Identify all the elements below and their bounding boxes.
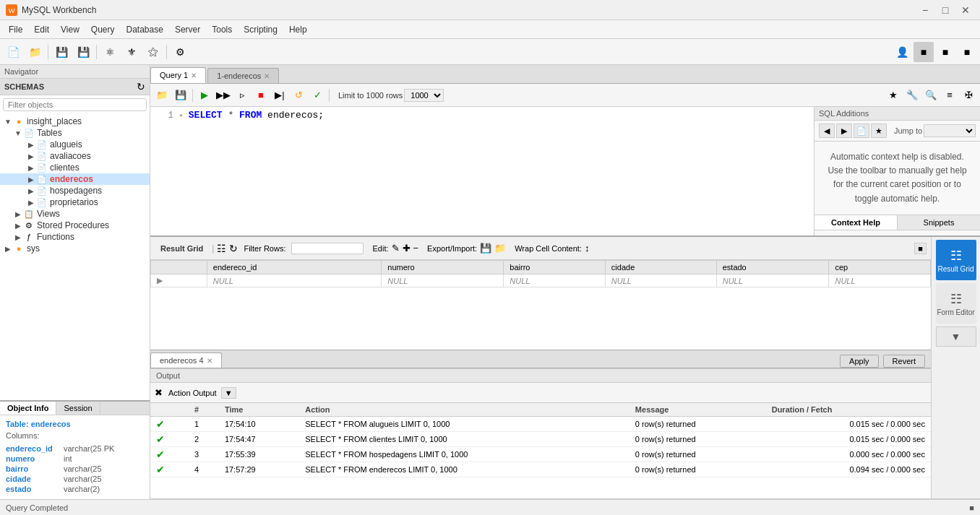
cell-numero[interactable]: NULL xyxy=(382,274,504,287)
apply-button[interactable]: Apply xyxy=(840,355,879,368)
open-file-btn[interactable]: 📁 xyxy=(153,87,171,104)
menu-view[interactable]: View xyxy=(55,22,85,37)
nav-back-btn[interactable]: ◀ xyxy=(819,124,835,138)
toolbar-disconnect[interactable]: ⚝ xyxy=(143,42,163,62)
views-group[interactable]: ▶ 📋 Views xyxy=(0,208,150,220)
col-estado[interactable]: estado xyxy=(716,261,829,274)
table-enderecos[interactable]: ▶ 📄 enderecos xyxy=(0,173,150,185)
sys-item[interactable]: ▶ ● sys xyxy=(0,243,150,254)
cell-cep[interactable]: NULL xyxy=(829,274,931,287)
form-editor-panel-btn[interactable]: ☷ Form Editor xyxy=(936,283,976,324)
stored-procedures-group[interactable]: ▶ ⚙ Stored Procedures xyxy=(0,220,150,231)
table-hospedagens[interactable]: ▶ 📄 hospedagens xyxy=(0,185,150,196)
table-proprietarios[interactable]: ▶ 📄 proprietarios xyxy=(0,196,150,208)
sql-editor[interactable]: 1 ● SELECT * FROM enderecos; xyxy=(150,107,814,237)
filter-input[interactable] xyxy=(3,98,147,111)
toolbar-connect[interactable]: ⚛ xyxy=(100,42,120,62)
object-info-tab[interactable]: Object Info xyxy=(0,402,56,415)
star-btn[interactable]: ★ xyxy=(885,87,902,104)
toolbar-settings[interactable]: ⚙ xyxy=(170,42,190,62)
nav-refresh-btn[interactable]: 📄 xyxy=(854,124,869,138)
tables-group[interactable]: ▼ 📄 Tables xyxy=(0,127,150,139)
toolbar-saveas[interactable]: 💾 xyxy=(73,42,93,62)
col-endereco_id[interactable]: endereco_id xyxy=(207,261,381,274)
toolbar-open[interactable]: 📁 xyxy=(25,42,45,62)
session-tab[interactable]: Session xyxy=(56,402,100,415)
result-panel-toggle[interactable]: ■ xyxy=(914,243,927,254)
nav-bookmark-btn[interactable]: ★ xyxy=(871,124,887,138)
toolbar-view1[interactable]: ■ xyxy=(914,42,934,62)
menu-help[interactable]: Help xyxy=(283,22,313,37)
save-file-btn[interactable]: 💾 xyxy=(172,87,189,104)
col-numero[interactable]: numero xyxy=(382,261,504,274)
toggle-btn[interactable]: ▶| xyxy=(271,87,288,104)
output-clear-btn[interactable]: ✖ xyxy=(155,387,163,398)
table-avaliacoes[interactable]: ▶ 📄 avaliacoes xyxy=(0,150,150,162)
close-button[interactable]: ✕ xyxy=(957,4,974,17)
table-alugueis[interactable]: ▶ 📄 alugueis xyxy=(0,139,150,150)
edit-btn[interactable]: ✎ xyxy=(392,243,400,254)
search-btn[interactable]: 🔍 xyxy=(922,87,940,104)
cell-endereco_id[interactable]: NULL xyxy=(207,274,381,287)
tab-query1-close[interactable]: ✕ xyxy=(191,72,197,79)
maximize-button[interactable]: □ xyxy=(937,4,954,17)
result-grid-panel-btn[interactable]: ☷ Result Grid xyxy=(936,240,976,280)
t1-toggle: ▶ xyxy=(26,141,36,149)
toolbar-new[interactable]: 📄 xyxy=(3,42,23,62)
enderecos-tab-close[interactable]: ✕ xyxy=(207,357,212,365)
table-clientes[interactable]: ▶ 📄 clientes xyxy=(0,162,150,173)
jump-to-select[interactable] xyxy=(924,124,976,137)
toolbar-view2[interactable]: ■ xyxy=(935,42,955,62)
menu-database[interactable]: Database xyxy=(121,22,169,37)
result-grid-options[interactable]: ☷ xyxy=(217,243,226,254)
col-bairro[interactable]: bairro xyxy=(504,261,605,274)
del-row-btn[interactable]: − xyxy=(413,243,419,254)
cell-bairro[interactable]: NULL xyxy=(504,274,605,287)
toolbar-view3[interactable]: ■ xyxy=(957,42,977,62)
explain-btn[interactable]: ▹ xyxy=(233,87,251,104)
result-refresh-btn[interactable]: ↻ xyxy=(229,243,238,254)
rollback-btn[interactable]: ↺ xyxy=(290,87,307,104)
filter-rows-input[interactable] xyxy=(291,243,364,254)
schema-btn[interactable]: ≡ xyxy=(941,87,958,104)
execute-btn[interactable]: ▶ xyxy=(196,87,213,104)
execute-current-btn[interactable]: ▶▶ xyxy=(215,87,232,104)
menu-query[interactable]: Query xyxy=(85,22,121,37)
wrench-btn[interactable]: 🔧 xyxy=(903,87,921,104)
menu-scripting[interactable]: Scripting xyxy=(238,22,283,37)
schemas-refresh-btn[interactable]: ↻ xyxy=(137,81,145,92)
enderecos-tab[interactable]: enderecos 4 ✕ xyxy=(150,352,222,368)
schema-item[interactable]: ▼ ● insight_places xyxy=(0,116,150,127)
tab-enderecos-close[interactable]: ✕ xyxy=(264,72,270,80)
stop-btn[interactable]: ■ xyxy=(252,87,270,104)
toolbar-reconnect[interactable]: ⚜ xyxy=(121,42,142,62)
menu-server[interactable]: Server xyxy=(169,22,206,37)
nav-forward-btn[interactable]: ▶ xyxy=(836,124,852,138)
panel-down-btn[interactable]: ▼ xyxy=(936,326,976,347)
menu-file[interactable]: File xyxy=(3,22,28,37)
cell-cidade[interactable]: NULL xyxy=(605,274,716,287)
functions-group[interactable]: ▶ ƒ Functions xyxy=(0,231,150,243)
tab-query1[interactable]: Query 1 ✕ xyxy=(150,67,206,83)
tab-enderecos[interactable]: 1-enderecos ✕ xyxy=(207,68,279,83)
toolbar-profile[interactable]: 👤 xyxy=(892,42,912,62)
commit-btn[interactable]: ✓ xyxy=(309,87,326,104)
context-help-tab[interactable]: Context Help xyxy=(814,215,898,230)
col-cep[interactable]: cep xyxy=(829,261,931,274)
menu-edit[interactable]: Edit xyxy=(28,22,55,37)
revert-button[interactable]: Revert xyxy=(883,355,925,368)
output-dropdown-btn[interactable]: ▼ xyxy=(221,387,236,399)
menu-tools[interactable]: Tools xyxy=(206,22,238,37)
snippets-tab[interactable]: Snippets xyxy=(898,215,980,230)
cell-estado[interactable]: NULL xyxy=(716,274,829,287)
limit-dropdown[interactable]: 1000 500 100 xyxy=(404,89,444,102)
export-btn[interactable]: 💾 xyxy=(480,243,491,254)
result-grid-tab[interactable]: Result Grid xyxy=(155,243,209,254)
expand-btn[interactable]: ✠ xyxy=(960,87,977,104)
col-cidade[interactable]: cidade xyxy=(605,261,716,274)
import-btn[interactable]: 📁 xyxy=(494,243,506,254)
wrap-btn[interactable]: ↕ xyxy=(585,243,590,254)
toolbar-save[interactable]: 💾 xyxy=(51,42,72,62)
minimize-button[interactable]: − xyxy=(916,4,934,17)
add-row-btn[interactable]: ✚ xyxy=(403,243,411,254)
